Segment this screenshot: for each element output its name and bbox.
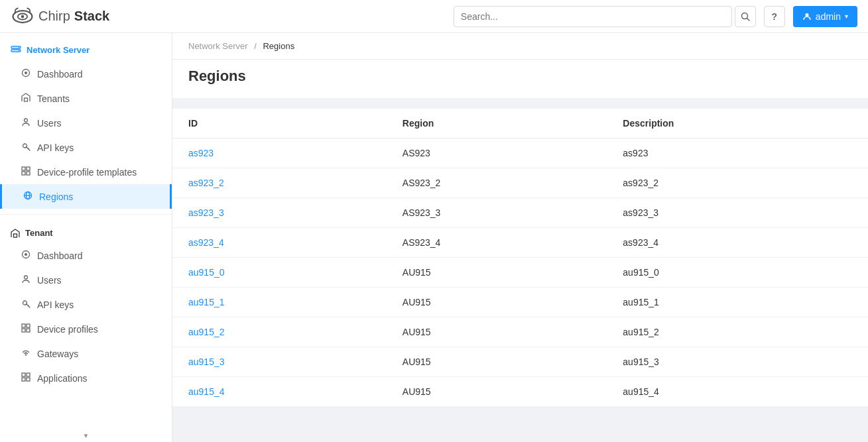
svg-rect-18 — [27, 167, 30, 170]
svg-point-35 — [25, 355, 27, 356]
region-id-link[interactable]: as923 — [188, 148, 214, 158]
svg-rect-33 — [22, 329, 25, 332]
breadcrumb-separator: / — [254, 41, 257, 51]
search-icon — [741, 12, 750, 21]
help-button[interactable]: ? — [764, 6, 785, 27]
table-header: ID Region Description — [172, 109, 868, 138]
users-icon — [21, 117, 31, 129]
sidebar-item-regions[interactable]: Regions — [0, 184, 172, 209]
sidebar-item-users-label: Users — [37, 118, 62, 129]
cell-description: as923 — [607, 138, 868, 168]
region-id-link[interactable]: au915_0 — [188, 267, 225, 278]
svg-rect-12 — [25, 98, 28, 101]
sidebar-item-device-profile-templates[interactable]: Device-profile templates — [0, 160, 172, 184]
cell-description: au915_4 — [607, 377, 868, 407]
table-row: au915_2 AU915 au915_2 — [172, 317, 868, 347]
sidebar-item-applications[interactable]: Applications — [0, 366, 172, 390]
table-row: au915_3 AU915 au915_3 — [172, 347, 868, 377]
device-profiles-icon — [21, 323, 31, 335]
cell-description: au915_3 — [607, 347, 868, 377]
gateways-icon — [21, 348, 31, 359]
sidebar-item-tenant-users[interactable]: Users — [0, 268, 172, 292]
cell-id: au915_3 — [172, 347, 387, 377]
page-title-bar: Regions — [172, 60, 868, 98]
svg-rect-19 — [22, 172, 25, 175]
svg-rect-38 — [22, 378, 25, 381]
table-row: as923 AS923 as923 — [172, 138, 868, 168]
svg-rect-34 — [27, 329, 30, 332]
sidebar-item-tenants[interactable]: Tenants — [0, 86, 172, 111]
table-row: au915_4 AU915 au915_4 — [172, 377, 868, 407]
cell-id: as923_4 — [172, 228, 387, 258]
tenant-users-icon — [21, 274, 31, 286]
cell-region: AS923_3 — [387, 198, 607, 228]
tenant-api-keys-icon — [21, 299, 31, 310]
region-id-link[interactable]: au915_2 — [188, 327, 225, 337]
table-row: as923_4 AS923_4 as923_4 — [172, 228, 868, 258]
sidebar-item-device-profile-templates-label: Device-profile templates — [37, 167, 137, 178]
svg-rect-36 — [22, 373, 25, 376]
table-row: as923_3 AS923_3 as923_3 — [172, 198, 868, 228]
sidebar-item-tenant-dashboard-label: Dashboard — [37, 250, 83, 261]
cell-description: as923_3 — [607, 198, 868, 228]
logo-icon — [11, 5, 34, 28]
region-id-link[interactable]: as923_4 — [188, 237, 224, 248]
sidebar-item-tenant-users-label: Users — [37, 275, 62, 286]
svg-point-13 — [25, 119, 28, 122]
admin-label: admin — [816, 11, 841, 22]
breadcrumb-current: Regions — [263, 41, 294, 51]
svg-rect-37 — [27, 373, 30, 376]
sidebar-item-gateways-label: Gateways — [37, 349, 78, 359]
cell-id: au915_1 — [172, 288, 387, 317]
svg-rect-17 — [22, 167, 25, 170]
col-id-header: ID — [172, 109, 387, 138]
breadcrumb-parent-link[interactable]: Network Server — [188, 41, 248, 51]
cell-region: AU915 — [387, 317, 607, 347]
table-row: au915_0 AU915 au915_0 — [172, 258, 868, 288]
cell-description: au915_1 — [607, 288, 868, 317]
sidebar-item-tenant-dashboard[interactable]: Dashboard — [0, 243, 172, 268]
cell-id: au915_2 — [172, 317, 387, 347]
sidebar-item-device-profiles-label: Device profiles — [37, 324, 98, 335]
col-region-header: Region — [387, 109, 607, 138]
region-id-link[interactable]: as923_2 — [188, 178, 224, 188]
cell-description: au915_2 — [607, 317, 868, 347]
region-id-link[interactable]: as923_3 — [188, 207, 224, 218]
table-row: as923_2 AS923_2 as923_2 — [172, 168, 868, 198]
cell-region: AS923_4 — [387, 228, 607, 258]
cell-description: au915_0 — [607, 258, 868, 288]
region-id-link[interactable]: au915_4 — [188, 386, 225, 397]
svg-point-11 — [25, 72, 27, 74]
search-container: ? admin ▾ — [454, 6, 857, 27]
sidebar-item-tenant-api-keys[interactable]: API keys — [0, 292, 172, 317]
admin-button[interactable]: admin ▾ — [793, 6, 857, 27]
sidebar-divider — [0, 214, 172, 215]
sidebar-item-gateways[interactable]: Gateways — [0, 341, 172, 366]
svg-point-26 — [25, 253, 27, 256]
region-id-link[interactable]: au915_1 — [188, 297, 225, 307]
applications-icon — [21, 372, 31, 384]
network-server-icon — [11, 44, 21, 56]
cell-region: AS923 — [387, 138, 607, 168]
svg-rect-39 — [27, 378, 30, 381]
logo-chirp: Chirp — [38, 9, 70, 24]
sidebar-item-tenants-label: Tenants — [37, 93, 70, 104]
sidebar-item-api-keys[interactable]: API keys — [0, 135, 172, 160]
col-description-header: Description — [607, 109, 868, 138]
svg-rect-31 — [22, 324, 25, 327]
svg-point-9 — [19, 50, 19, 51]
admin-chevron-icon: ▾ — [845, 13, 848, 20]
sidebar-item-users[interactable]: Users — [0, 111, 172, 135]
sidebar-item-device-profiles[interactable]: Device profiles — [0, 317, 172, 341]
svg-rect-24 — [14, 234, 17, 237]
tenant-home-icon — [11, 229, 20, 238]
sidebar-item-applications-label: Applications — [37, 373, 88, 384]
search-button[interactable] — [735, 6, 756, 27]
logo[interactable]: ChirpStack — [11, 5, 109, 28]
regions-icon — [23, 191, 32, 202]
cell-id: as923_2 — [172, 168, 387, 198]
region-id-link[interactable]: au915_3 — [188, 357, 225, 367]
sidebar-item-dashboard[interactable]: Dashboard — [0, 62, 172, 86]
api-keys-icon — [21, 142, 31, 153]
search-input[interactable] — [454, 6, 732, 27]
